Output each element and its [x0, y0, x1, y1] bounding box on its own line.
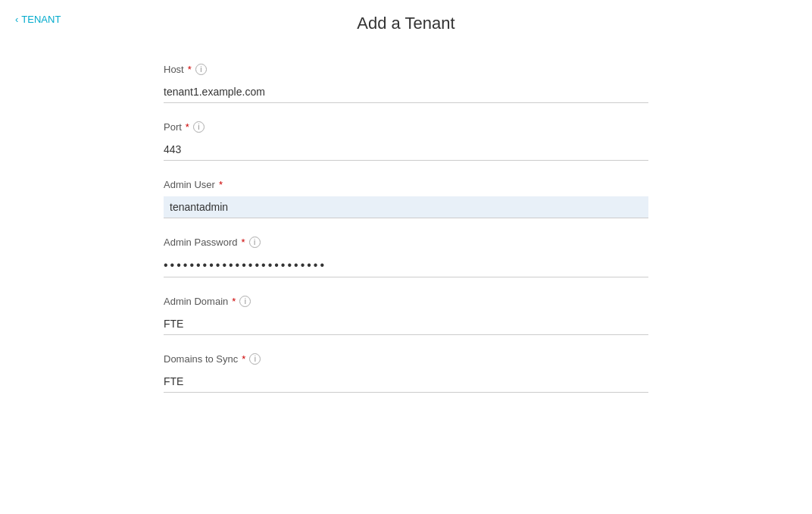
- field-admin-user: Admin User *: [164, 179, 648, 218]
- page-container: ‹ TENANT Add a Tenant Host * i Port * i: [0, 0, 812, 514]
- info-icon-domains-to-sync[interactable]: i: [249, 353, 261, 365]
- field-port: Port * i: [164, 121, 648, 161]
- field-host: Host * i: [164, 64, 648, 103]
- required-star-admin-password: *: [242, 237, 245, 248]
- label-admin-password: Admin Password * i: [164, 237, 648, 248]
- label-domains-to-sync: Domains to Sync * i: [164, 353, 648, 365]
- page-title: Add a Tenant: [0, 0, 812, 56]
- info-icon-port[interactable]: i: [193, 121, 205, 133]
- info-icon-admin-password[interactable]: i: [249, 237, 261, 248]
- label-admin-password-text: Admin Password: [164, 237, 238, 248]
- input-admin-password[interactable]: [164, 254, 648, 277]
- field-domains-to-sync: Domains to Sync * i: [164, 353, 648, 393]
- info-icon-host[interactable]: i: [195, 64, 207, 75]
- label-admin-user-text: Admin User: [164, 179, 215, 190]
- required-star-host: *: [188, 64, 192, 75]
- label-port-text: Port: [164, 121, 182, 133]
- required-star-domains-to-sync: *: [242, 353, 245, 365]
- input-port[interactable]: [164, 139, 648, 161]
- input-domains-to-sync[interactable]: [164, 371, 648, 393]
- label-domains-to-sync-text: Domains to Sync: [164, 353, 238, 365]
- required-star-port: *: [186, 121, 189, 133]
- label-admin-domain: Admin Domain * i: [164, 296, 648, 307]
- back-nav-link[interactable]: ‹ TENANT: [15, 14, 61, 25]
- field-admin-password: Admin Password * i: [164, 237, 648, 277]
- info-icon-admin-domain[interactable]: i: [239, 296, 251, 307]
- label-port: Port * i: [164, 121, 648, 133]
- label-host-text: Host: [164, 64, 184, 75]
- label-admin-user: Admin User *: [164, 179, 648, 190]
- chevron-icon: ‹: [15, 14, 18, 25]
- field-admin-domain: Admin Domain * i: [164, 296, 648, 335]
- label-admin-domain-text: Admin Domain: [164, 296, 228, 307]
- back-nav-label: TENANT: [21, 14, 61, 25]
- required-star-admin-user: *: [219, 179, 223, 190]
- input-admin-user[interactable]: [164, 196, 648, 218]
- required-star-admin-domain: *: [232, 296, 236, 307]
- input-host[interactable]: [164, 81, 648, 103]
- label-host: Host * i: [164, 64, 648, 75]
- input-admin-domain[interactable]: [164, 313, 648, 335]
- form-container: Host * i Port * i Admin User *: [164, 56, 648, 393]
